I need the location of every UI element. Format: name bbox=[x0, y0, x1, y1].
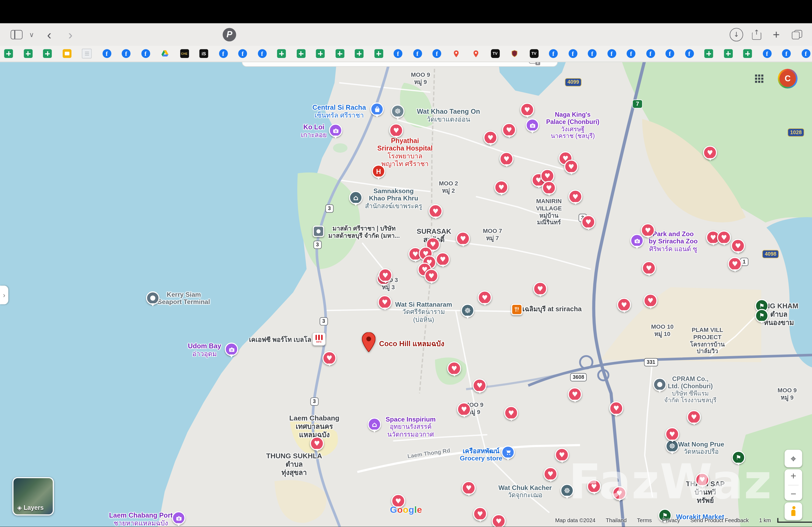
poi-label[interactable]: Ko Loiเกาะลอย bbox=[301, 124, 327, 139]
poi-label[interactable]: Kerry SiamSeaport Terminal bbox=[158, 291, 210, 306]
saved-place-heart-marker[interactable]: ♥ bbox=[568, 388, 582, 402]
hospital-poi-pin[interactable]: H bbox=[372, 165, 385, 178]
bookmark-fb-favicon[interactable] bbox=[141, 49, 150, 58]
saved-place-heart-marker[interactable]: ♥ bbox=[642, 261, 656, 275]
bookmark-sheets-favicon[interactable] bbox=[335, 49, 344, 58]
bookmark-fb-favicon[interactable] bbox=[763, 49, 771, 58]
bookmark-slides-favicon[interactable] bbox=[62, 49, 71, 58]
new-tab-button[interactable]: + bbox=[773, 27, 780, 41]
camera-poi-pin[interactable] bbox=[172, 511, 185, 525]
bookmark-tv-favicon[interactable] bbox=[530, 49, 538, 58]
flag-marker[interactable]: ⚑ bbox=[732, 451, 745, 464]
bookmark-crest-favicon[interactable] bbox=[510, 49, 519, 58]
saved-place-heart-marker[interactable]: ♥ bbox=[609, 402, 623, 416]
saved-place-heart-marker[interactable]: ♥ bbox=[378, 295, 392, 309]
bookmark-is-favicon[interactable] bbox=[200, 49, 208, 58]
saved-place-heart-marker[interactable]: ♥ bbox=[703, 146, 717, 160]
saved-place-heart-marker[interactable]: ♥ bbox=[429, 204, 443, 218]
poi-label[interactable]: Naga King'sPalace (Chonburi)วังเศรษฐีนาค… bbox=[546, 111, 599, 140]
saved-place-heart-marker[interactable]: ♥ bbox=[447, 361, 461, 375]
poi-label[interactable]: Coco Hill แหลมฉบัง bbox=[379, 340, 445, 348]
bookmark-sheets-favicon[interactable] bbox=[24, 49, 32, 58]
poi-label[interactable]: PhyathaiSriracha Hospitalโรงพยาบาลพญาไท … bbox=[377, 137, 433, 168]
bookmark-fb-favicon[interactable] bbox=[238, 49, 247, 58]
poi-label[interactable]: Space Inspiriumอุทยานรังสรรค์นวัตกรรมอวก… bbox=[386, 416, 436, 438]
forward-button[interactable]: › bbox=[68, 28, 73, 41]
bookmark-sheets-favicon[interactable] bbox=[316, 49, 325, 58]
saved-place-heart-marker[interactable]: ♥ bbox=[520, 103, 534, 117]
camera-poi-pin[interactable] bbox=[329, 124, 342, 137]
saved-place-heart-marker[interactable]: ♥ bbox=[587, 480, 601, 494]
bookmark-doc-favicon[interactable] bbox=[82, 48, 92, 59]
zoom-out-button[interactable]: − bbox=[785, 489, 802, 499]
bookmark-pin-favicon[interactable] bbox=[452, 49, 461, 58]
poi-label[interactable]: Wat Khao Taeng Onวัดเขาแตงอ่อน bbox=[417, 108, 480, 124]
saved-place-heart-marker[interactable]: ♥ bbox=[643, 293, 657, 307]
feedback-link[interactable]: Send Product Feedback bbox=[690, 517, 749, 523]
camera-poi-pin[interactable] bbox=[225, 343, 238, 356]
poi-label[interactable]: Wat Chuk Kacherวัดจุกกะเฌอ bbox=[498, 484, 552, 499]
saved-place-heart-marker[interactable]: ♥ bbox=[456, 231, 470, 245]
bookmark-fb-favicon[interactable] bbox=[665, 49, 674, 58]
share-button[interactable]: ↑ bbox=[752, 29, 761, 40]
bookmark-sheets-favicon[interactable] bbox=[743, 49, 752, 58]
flag-marker[interactable]: ⚑ bbox=[755, 309, 768, 322]
bookmark-che-favicon[interactable] bbox=[180, 49, 189, 58]
bookmark-pin-favicon[interactable] bbox=[471, 49, 480, 58]
bookmark-fb-favicon[interactable] bbox=[102, 49, 111, 58]
bookmark-fb-favicon[interactable] bbox=[432, 49, 441, 58]
saved-place-heart-marker[interactable]: ♥ bbox=[533, 282, 547, 296]
bookmark-tv-favicon[interactable] bbox=[491, 49, 499, 58]
bookmark-fb-favicon[interactable] bbox=[258, 49, 266, 58]
wheel-poi-pin[interactable]: ☸ bbox=[561, 484, 574, 497]
account-avatar[interactable]: C bbox=[778, 69, 798, 89]
saved-place-heart-marker[interactable]: ♥ bbox=[436, 252, 450, 266]
saved-place-heart-marker[interactable]: ♥ bbox=[612, 486, 626, 500]
bookmark-fb-favicon[interactable] bbox=[568, 49, 577, 58]
bookmark-drive-favicon[interactable] bbox=[161, 49, 170, 58]
saved-place-heart-marker[interactable]: ♥ bbox=[504, 406, 518, 420]
saved-place-heart-marker[interactable]: ♥ bbox=[581, 215, 595, 229]
wheel-poi-pin[interactable]: ☸ bbox=[461, 304, 474, 317]
saved-place-heart-marker[interactable]: ♥ bbox=[322, 351, 336, 365]
wheel-poi-pin[interactable]: ☸ bbox=[391, 105, 404, 118]
saved-place-heart-marker[interactable]: ♥ bbox=[728, 257, 742, 271]
saved-place-heart-marker[interactable]: ♥ bbox=[462, 481, 476, 495]
pinterest-extension-icon[interactable]: P bbox=[222, 28, 236, 41]
bookmark-sheets-favicon[interactable] bbox=[374, 49, 383, 58]
saved-place-heart-marker[interactable]: ♥ bbox=[695, 473, 709, 487]
bookmark-fb-favicon[interactable] bbox=[394, 49, 403, 58]
saved-place-heart-marker[interactable]: ♥ bbox=[424, 269, 438, 283]
poi-label[interactable]: SamnaksongKhao Phra Khruสำนักสงฆ์เขาพระค… bbox=[365, 187, 422, 210]
bookmark-sheets-favicon[interactable] bbox=[277, 49, 286, 58]
sidebar-toggle-icon[interactable] bbox=[11, 30, 23, 39]
poi-label[interactable]: Central Si Rachaเซ็นทรัล ศรีราชา bbox=[313, 104, 366, 120]
cart-poi-pin[interactable] bbox=[501, 446, 515, 459]
poi-label[interactable]: มาสด้า ศรีราชา | บริษัทมาสด้าชลบุรี จำกั… bbox=[329, 225, 400, 239]
bookmark-fb-favicon[interactable] bbox=[685, 49, 694, 58]
bookmark-sheets-favicon[interactable] bbox=[43, 49, 52, 58]
back-button[interactable]: ‹ bbox=[47, 28, 51, 41]
camera-poi-pin[interactable] bbox=[630, 234, 644, 247]
camera-poi-pin[interactable] bbox=[526, 119, 539, 132]
bookmark-fb-favicon[interactable] bbox=[607, 49, 616, 58]
kfc-logo-marker[interactable]: KFC bbox=[312, 332, 326, 346]
bookmark-sheets-favicon[interactable] bbox=[355, 49, 364, 58]
zoom-in-button[interactable]: + bbox=[785, 471, 802, 481]
downloads-button[interactable]: ↓ bbox=[729, 28, 743, 41]
saved-place-heart-marker[interactable]: ♥ bbox=[665, 427, 679, 441]
saved-place-heart-marker[interactable]: ♥ bbox=[499, 152, 513, 166]
bookmark-sheets-favicon[interactable] bbox=[724, 49, 733, 58]
saved-place-heart-marker[interactable]: ♥ bbox=[483, 131, 497, 145]
bookmark-sheets-favicon[interactable] bbox=[296, 49, 305, 58]
dot-poi-pin[interactable] bbox=[653, 378, 666, 391]
saved-place-heart-marker[interactable]: ♥ bbox=[389, 123, 403, 137]
saved-place-heart-marker[interactable]: ♥ bbox=[555, 448, 569, 462]
google-apps-grid-icon[interactable] bbox=[755, 75, 764, 84]
chevron-down-icon[interactable]: ∨ bbox=[29, 31, 34, 39]
saved-place-heart-marker[interactable]: ♥ bbox=[564, 160, 578, 174]
side-panel-expander[interactable]: › bbox=[0, 286, 8, 304]
bookmark-sheets-favicon[interactable] bbox=[4, 49, 13, 58]
saved-place-heart-marker[interactable]: ♥ bbox=[494, 180, 508, 194]
bookmark-fb-favicon[interactable] bbox=[782, 49, 791, 58]
